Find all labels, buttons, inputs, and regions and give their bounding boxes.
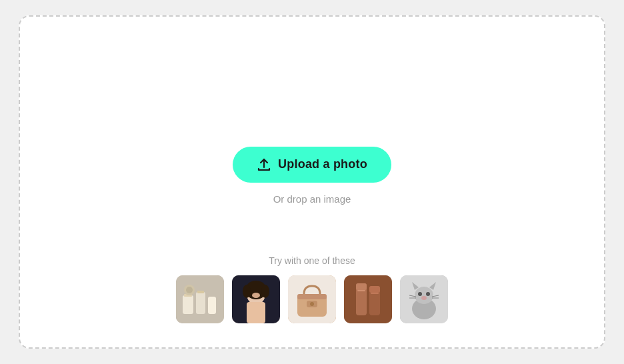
sample-item-skincare[interactable] — [176, 275, 224, 323]
drop-hint: Or drop an image — [273, 193, 351, 205]
upload-icon — [257, 157, 271, 172]
svg-rect-1 — [183, 295, 193, 314]
samples-row — [176, 275, 448, 323]
sample-item-cosmetics[interactable] — [344, 275, 392, 323]
sample-item-woman[interactable] — [232, 275, 280, 323]
upload-button[interactable]: Upload a photo — [233, 147, 391, 183]
svg-point-29 — [415, 287, 433, 304]
svg-rect-26 — [371, 293, 379, 294]
upload-area: Upload a photo Or drop an image — [233, 147, 391, 205]
svg-rect-13 — [247, 302, 265, 323]
svg-point-7 — [186, 287, 193, 293]
svg-rect-24 — [369, 286, 380, 293]
svg-point-34 — [421, 296, 427, 300]
svg-point-32 — [418, 292, 422, 296]
sample-item-bag[interactable] — [288, 275, 336, 323]
svg-point-18 — [310, 302, 314, 306]
svg-rect-5 — [208, 297, 216, 314]
svg-rect-4 — [197, 291, 204, 293]
sample-item-cat[interactable] — [400, 275, 448, 323]
svg-rect-3 — [196, 292, 205, 314]
upload-button-label: Upload a photo — [278, 157, 367, 171]
svg-point-11 — [243, 285, 251, 298]
svg-rect-20 — [344, 275, 392, 323]
svg-rect-19 — [297, 294, 327, 299]
svg-point-12 — [261, 285, 269, 298]
svg-rect-22 — [356, 283, 367, 290]
drop-zone[interactable]: Upload a photo Or drop an image Try with… — [19, 15, 605, 349]
samples-section: Try with one of these — [176, 255, 448, 323]
svg-point-33 — [426, 292, 430, 296]
samples-label: Try with one of these — [269, 255, 355, 266]
svg-point-14 — [252, 293, 260, 298]
svg-rect-25 — [357, 290, 365, 291]
